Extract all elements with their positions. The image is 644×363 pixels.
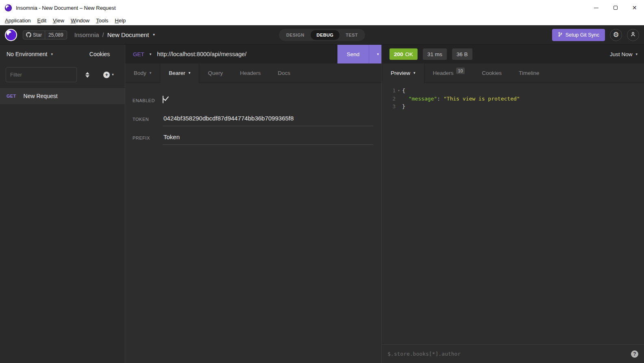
tab-headers[interactable]: Headers xyxy=(231,63,269,83)
chevron-down-icon: ▾ xyxy=(150,71,152,75)
chevron-down-icon[interactable]: ▾ xyxy=(153,33,155,37)
setup-git-sync-button[interactable]: Setup Git Sync xyxy=(552,29,605,41)
tab-query[interactable]: Query xyxy=(199,63,231,83)
tab-response-headers-label: Headers xyxy=(433,70,454,76)
url-input[interactable]: http://localhost:8000/api/message/ xyxy=(157,51,337,57)
fold-spacer xyxy=(396,103,402,111)
git-sync-label: Setup Git Sync xyxy=(566,32,599,38)
plus-icon: + xyxy=(103,72,110,78)
response-history-dropdown[interactable]: Just Now ▾ xyxy=(610,51,637,57)
tab-timeline-label: Timeline xyxy=(519,70,540,76)
window-titlebar: Insomnia - New Document – New Request ✕ xyxy=(0,0,644,15)
tab-response-cookies-label: Cookies xyxy=(482,70,502,76)
code-token: { xyxy=(402,87,405,95)
send-options-button[interactable]: ▾ xyxy=(369,45,381,63)
tab-docs-label: Docs xyxy=(278,70,290,76)
headers-count-badge: 10 xyxy=(456,68,465,74)
app-header: Star 25,089 Insomnia / New Document ▾ DE… xyxy=(0,25,644,45)
menu-window[interactable]: Window xyxy=(67,17,93,24)
menubar: Application Edit View Window Tools Help xyxy=(0,15,644,25)
code-token: "message": "This view is protected" xyxy=(402,95,520,103)
header-right: Setup Git Sync ⚙ xyxy=(552,29,639,41)
tab-response-cookies[interactable]: Cookies xyxy=(473,63,510,83)
help-icon[interactable]: ? xyxy=(631,350,638,358)
breadcrumb-app[interactable]: Insomnia xyxy=(74,31,99,38)
menu-tools[interactable]: Tools xyxy=(93,17,111,24)
json-string-value: "This view is protected" xyxy=(444,96,520,102)
auth-token-row: TOKEN 0424bf358290dbcdf87d944774bb36b709… xyxy=(133,110,373,129)
window-controls: ✕ xyxy=(587,0,644,15)
send-button[interactable]: Send xyxy=(337,45,369,63)
recency-label: Just Now xyxy=(610,51,633,57)
tab-response-headers[interactable]: Headers 10 xyxy=(424,63,474,83)
chevron-down-icon: ▾ xyxy=(413,71,416,75)
sort-up-icon xyxy=(85,72,89,74)
bearer-auth-form: ENABLED TOKEN 0424bf358290dbcdf87d944774… xyxy=(125,83,381,363)
sort-down-icon xyxy=(85,75,89,78)
tabbar-filler xyxy=(548,63,644,83)
status-code: 200 xyxy=(394,51,403,57)
maximize-button[interactable] xyxy=(606,0,625,15)
add-request-button[interactable]: + ▾ xyxy=(98,72,119,78)
code-token: } xyxy=(402,103,405,111)
response-filter-input[interactable] xyxy=(387,351,627,357)
cookies-button[interactable]: Cookies xyxy=(74,51,125,57)
sidebar-filter-input[interactable] xyxy=(6,67,77,82)
tab-test[interactable]: TEST xyxy=(339,30,364,40)
menu-help[interactable]: Help xyxy=(112,17,129,24)
insomnia-app-icon xyxy=(5,4,12,11)
breadcrumb-document[interactable]: New Document xyxy=(107,31,149,38)
response-tabbar: Preview ▾ Headers 10 Cookies Timeline xyxy=(382,63,644,83)
request-pane: GET ▾ http://localhost:8000/api/message/… xyxy=(125,45,382,363)
auth-enabled-row: ENABLED xyxy=(133,91,373,110)
tab-preview[interactable]: Preview ▾ xyxy=(382,63,424,83)
minimize-button[interactable] xyxy=(587,0,606,15)
token-field[interactable]: 0424bf358290dbcdf87d944774bb36b7099365f8 xyxy=(163,112,373,126)
prefix-field[interactable]: Token xyxy=(163,131,373,145)
main-content: No Environment ▾ Cookies + ▾ GET New Req… xyxy=(0,45,644,363)
request-list-item[interactable]: GET New Request xyxy=(0,88,125,104)
response-filterbar: ? xyxy=(382,344,644,363)
sort-button[interactable] xyxy=(78,72,96,78)
window-title: Insomnia - New Document – New Request xyxy=(16,5,116,11)
insomnia-logo[interactable] xyxy=(5,29,17,41)
github-star-badge[interactable]: Star 25,089 xyxy=(23,31,67,39)
close-button[interactable]: ✕ xyxy=(625,0,644,15)
line-number: 2 xyxy=(382,95,396,103)
line-number: 3 xyxy=(382,103,396,111)
star-count: 25,089 xyxy=(45,32,67,38)
status-badge: 200 OK xyxy=(389,48,418,60)
response-preview[interactable]: 1 ▾ { 2 "message": "This view is protect… xyxy=(382,83,644,344)
method-selector[interactable]: GET xyxy=(125,51,144,57)
request-method-badge: GET xyxy=(7,94,16,98)
tab-auth-bearer[interactable]: Bearer ▾ xyxy=(160,63,199,83)
tab-headers-label: Headers xyxy=(240,70,261,76)
chevron-down-icon: ▾ xyxy=(635,52,637,56)
menu-edit[interactable]: Edit xyxy=(34,17,50,24)
menu-application[interactable]: Application xyxy=(2,17,34,24)
status-reason: OK xyxy=(405,51,413,57)
environment-selector[interactable]: No Environment ▾ xyxy=(0,51,74,57)
size-badge: 36 B xyxy=(452,48,472,60)
code-line: 2 "message": "This view is protected" xyxy=(382,95,644,103)
fold-toggle-icon[interactable]: ▾ xyxy=(396,87,402,95)
tab-body[interactable]: Body ▾ xyxy=(125,63,160,83)
request-name: New Request xyxy=(24,93,58,99)
tab-preview-label: Preview xyxy=(391,70,410,76)
git-branch-icon xyxy=(558,32,563,38)
settings-button[interactable]: ⚙ xyxy=(610,29,622,41)
tab-debug[interactable]: DEBUG xyxy=(311,30,340,40)
tab-docs[interactable]: Docs xyxy=(269,63,299,83)
enabled-checkbox[interactable] xyxy=(163,96,163,103)
maximize-icon xyxy=(614,6,618,10)
url-bar: GET ▾ http://localhost:8000/api/message/… xyxy=(125,45,381,63)
menu-view[interactable]: View xyxy=(50,17,67,24)
chevron-down-icon: ▾ xyxy=(377,52,379,56)
tab-design[interactable]: DESIGN xyxy=(280,30,311,40)
star-label: Star xyxy=(33,32,42,38)
gear-icon: ⚙ xyxy=(613,31,619,38)
chevron-down-icon[interactable]: ▾ xyxy=(150,52,152,56)
tab-timeline[interactable]: Timeline xyxy=(510,63,548,83)
tab-body-label: Body xyxy=(134,70,146,76)
account-button[interactable] xyxy=(627,29,639,41)
